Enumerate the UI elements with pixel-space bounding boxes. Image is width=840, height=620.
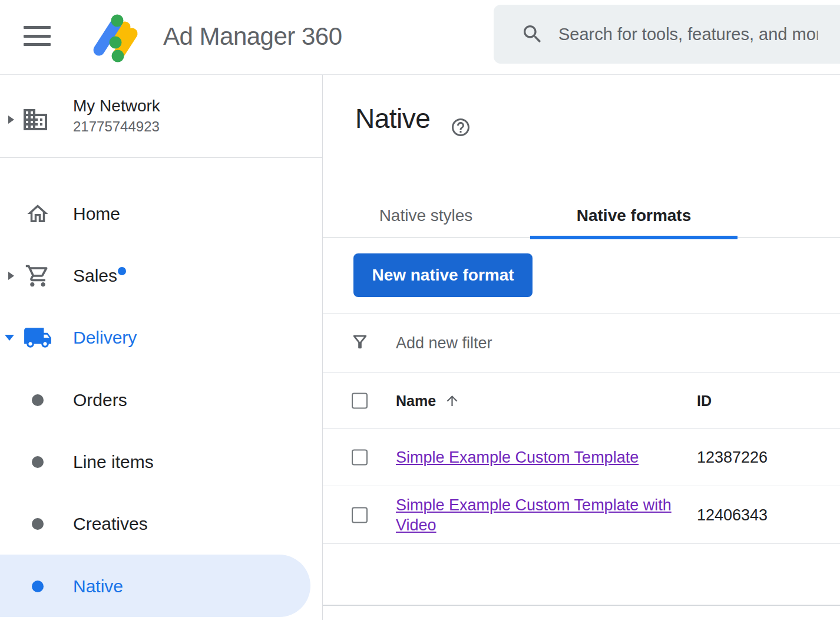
bullet-icon [32, 394, 44, 406]
home-icon [21, 202, 54, 226]
search-icon [521, 22, 544, 46]
tab-bar: Native styles Native formats [323, 194, 840, 238]
sidebar-item-sales[interactable]: Sales [0, 254, 322, 298]
column-header-name[interactable]: Name [396, 393, 460, 410]
column-name-label: Name [396, 393, 436, 410]
tab-native-formats[interactable]: Native formats [530, 194, 738, 238]
collapse-arrow-icon[interactable] [5, 335, 14, 341]
native-format-link[interactable]: Simple Example Custom Template with Vide… [396, 495, 690, 535]
select-all-checkbox[interactable] [352, 393, 368, 409]
sidebar-item-delivery[interactable]: Delivery [0, 316, 322, 360]
column-header-id: ID [697, 393, 712, 410]
building-icon [21, 105, 49, 136]
bullet-icon [32, 581, 44, 592]
actions-section: New native format [323, 239, 840, 314]
page-title: Native [355, 103, 430, 134]
native-format-link[interactable]: Simple Example Custom Template [396, 447, 639, 467]
row-checkbox[interactable] [352, 507, 368, 523]
table-row: Simple Example Custom Template 12387226 [323, 429, 840, 486]
expand-arrow-icon[interactable] [8, 116, 14, 124]
sidebar-item-label: Sales [73, 266, 117, 286]
sidebar-item-line-items[interactable]: Line items [0, 440, 322, 484]
sort-ascending-icon [444, 393, 460, 409]
network-id: 21775744923 [73, 118, 160, 135]
hamburger-icon [24, 26, 51, 29]
empty-table-row [323, 544, 840, 606]
sidebar-item-creatives[interactable]: Creatives [0, 502, 322, 546]
new-native-format-button[interactable]: New native format [353, 253, 533, 297]
app-title: Ad Manager 360 [163, 0, 342, 75]
main-content: Native Native styles Native formats New … [323, 75, 840, 620]
network-selector[interactable]: My Network 21775744923 [0, 75, 322, 158]
row-id: 12387226 [697, 448, 768, 467]
sidebar-item-label: Creatives [73, 514, 148, 534]
bullet-icon [32, 456, 44, 468]
expand-arrow-icon[interactable] [8, 272, 14, 280]
truck-icon [21, 323, 54, 352]
filter-placeholder: Add new filter [396, 334, 492, 352]
sidebar-item-label: Line items [73, 452, 154, 472]
row-checkbox[interactable] [352, 450, 368, 466]
sidebar: My Network 21775744923 Home Sales Delive… [0, 75, 323, 620]
sidebar-item-label: Native [73, 576, 123, 596]
bullet-icon [32, 518, 44, 530]
filter-bar[interactable]: Add new filter [323, 314, 840, 373]
table-row: Simple Example Custom Template with Vide… [323, 486, 840, 544]
shopping-cart-icon [21, 263, 54, 289]
sidebar-item-label: Delivery [73, 328, 137, 348]
tab-native-styles[interactable]: Native styles [346, 194, 505, 238]
notification-dot [118, 267, 126, 275]
help-icon[interactable] [450, 117, 471, 138]
menu-button[interactable] [24, 24, 51, 48]
global-search[interactable] [494, 5, 840, 64]
network-name: My Network [73, 97, 160, 116]
sidebar-item-label: Orders [73, 390, 127, 410]
ad-manager-logo-icon [87, 7, 144, 64]
sidebar-item-orders[interactable]: Orders [0, 378, 322, 422]
sidebar-item-home[interactable]: Home [0, 192, 322, 236]
table-header-row: Name ID [323, 373, 840, 429]
sidebar-item-native[interactable]: Native [0, 565, 322, 608]
sidebar-item-label: Home [73, 204, 120, 224]
row-id: 12406343 [697, 506, 768, 524]
filter-funnel-icon [350, 332, 370, 354]
search-input[interactable] [558, 25, 818, 44]
top-app-bar: Ad Manager 360 [0, 0, 840, 75]
